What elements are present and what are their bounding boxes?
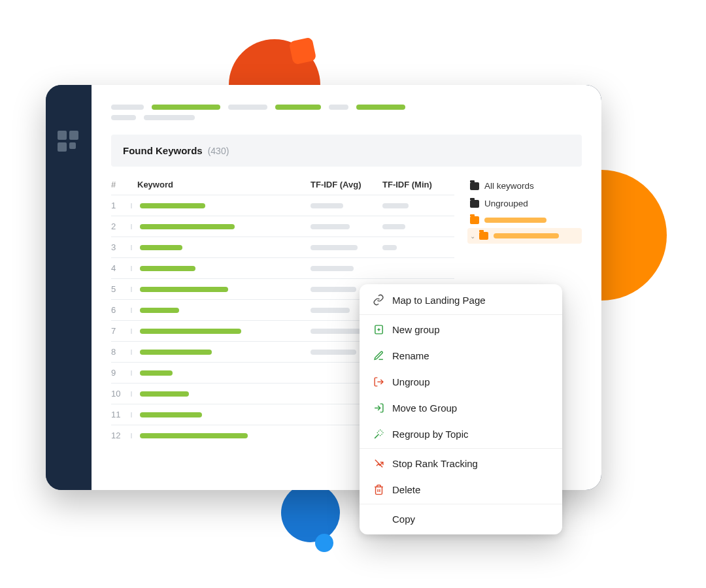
col-number: # <box>111 180 129 189</box>
row-number: 1 <box>111 201 129 210</box>
menu-ungroup[interactable]: Ungroup <box>360 368 562 395</box>
section-count: (430) <box>208 146 229 156</box>
keyword-cell <box>131 391 311 397</box>
table-header: # Keyword TF-IDF (Avg) TF-IDF (Min) <box>111 174 454 195</box>
row-number: 5 <box>111 284 129 294</box>
folder-icon <box>470 216 479 224</box>
keyword-cell <box>131 329 311 334</box>
keyword-cell <box>131 266 311 271</box>
keyword-cell <box>131 433 311 438</box>
row-number: 8 <box>111 347 129 357</box>
breadcrumb-secondary <box>111 115 582 120</box>
app-logo-icon[interactable] <box>58 131 80 153</box>
table-row[interactable]: 3 <box>111 237 454 257</box>
row-number: 10 <box>111 389 129 399</box>
row-number: 12 <box>111 431 129 440</box>
menu-map-to-landing-page[interactable]: Map to Landing Page <box>360 287 562 313</box>
group-all-keywords[interactable]: All keywords <box>467 177 582 195</box>
menu-stop-rank-tracking[interactable]: Stop Rank Tracking <box>360 450 562 476</box>
tfidf-min-cell <box>382 224 454 229</box>
menu-delete[interactable]: Delete <box>360 476 562 502</box>
context-menu: Map to Landing Page New group Rename Ung… <box>360 284 562 534</box>
folder-icon <box>470 182 479 190</box>
menu-copy[interactable]: Copy <box>360 506 562 532</box>
copy-icon <box>373 513 384 525</box>
group-label-placeholder <box>494 233 559 238</box>
decorative-square <box>289 37 317 65</box>
chevron-down-icon: ⌄ <box>470 233 475 240</box>
col-keyword[interactable]: Keyword <box>129 180 311 189</box>
table-row[interactable]: 2 <box>111 216 454 237</box>
decorative-circle <box>315 534 333 552</box>
row-number: 9 <box>111 368 129 378</box>
tfidf-avg-cell <box>311 245 382 250</box>
menu-new-group[interactable]: New group <box>360 316 562 342</box>
ungroup-icon <box>373 376 384 387</box>
row-number: 7 <box>111 326 129 336</box>
row-number: 2 <box>111 221 129 231</box>
stop-tracking-icon <box>373 457 384 469</box>
keyword-cell <box>131 245 311 250</box>
menu-regroup-by-topic[interactable]: Regroup by Topic <box>360 421 562 447</box>
folder-icon <box>470 200 479 208</box>
menu-rename[interactable]: Rename <box>360 342 562 368</box>
col-tfidf-avg[interactable]: TF-IDF (Avg) <box>311 180 382 189</box>
tfidf-avg-cell <box>311 266 382 271</box>
keyword-cell <box>131 412 311 417</box>
table-row[interactable]: 4 <box>111 257 454 278</box>
keyword-cell <box>131 203 311 208</box>
keyword-cell <box>131 370 311 376</box>
link-icon <box>373 294 384 306</box>
row-number: 6 <box>111 305 129 315</box>
tfidf-avg-cell <box>311 203 382 208</box>
move-icon <box>373 402 384 414</box>
row-number: 4 <box>111 263 129 273</box>
col-tfidf-min[interactable]: TF-IDF (Min) <box>382 180 454 189</box>
tfidf-min-cell <box>382 245 454 250</box>
sidebar <box>46 85 92 490</box>
keyword-cell <box>131 287 311 292</box>
row-number: 3 <box>111 242 129 252</box>
decorative-circle <box>281 483 340 542</box>
keyword-cell <box>131 308 311 313</box>
tfidf-avg-cell <box>311 224 382 229</box>
section-header: Found Keywords (430) <box>111 135 582 167</box>
trash-icon <box>373 483 384 495</box>
group-folder-item[interactable] <box>467 212 582 228</box>
edit-icon <box>373 350 384 361</box>
breadcrumb <box>111 105 582 110</box>
menu-move-to-group[interactable]: Move to Group <box>360 395 562 421</box>
tfidf-min-cell <box>382 203 454 208</box>
group-ungrouped[interactable]: Ungrouped <box>467 195 582 212</box>
magic-icon <box>373 428 384 440</box>
keyword-cell <box>131 224 311 229</box>
row-number: 11 <box>111 410 129 419</box>
group-label-placeholder <box>484 218 546 223</box>
keyword-cell <box>131 350 311 355</box>
folder-icon <box>479 232 488 240</box>
table-row[interactable]: 1 <box>111 195 454 216</box>
section-title: Found Keywords <box>123 145 203 156</box>
group-folder-item-selected[interactable]: ⌄ <box>467 228 582 244</box>
add-file-icon <box>373 323 384 335</box>
